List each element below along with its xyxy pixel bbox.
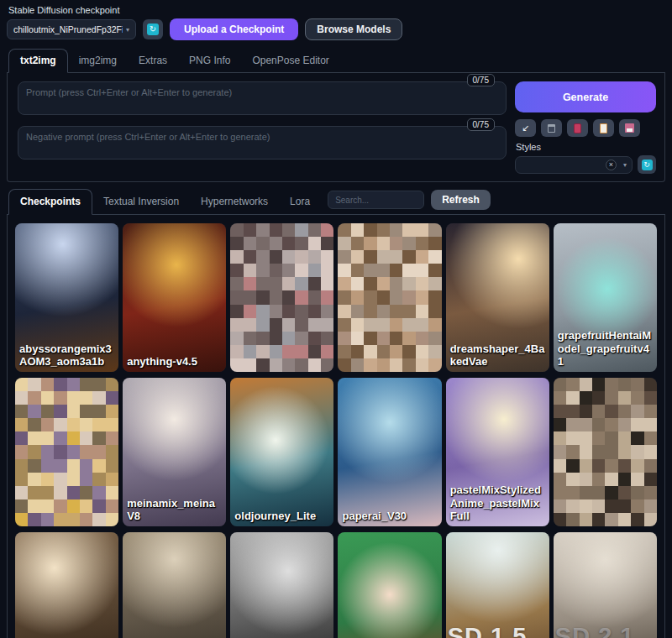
model-card-name: meinamix_meinaV8 — [123, 494, 226, 526]
refresh-icon: ↻ — [642, 160, 653, 170]
checkpoint-label: Stable Diffusion checkpoint — [8, 5, 665, 15]
clipboard-icon — [600, 123, 607, 133]
model-card[interactable] — [554, 378, 657, 526]
checkpoint-dropdown[interactable]: chilloutmix_NiPrunedFp32Fix.safeter ▾ — [7, 19, 136, 39]
tab-txt2img[interactable]: txt2img — [8, 49, 68, 73]
tab-img2img[interactable]: img2img — [68, 50, 128, 72]
tab-textual-inversion[interactable]: Textual Inversion — [92, 190, 190, 214]
model-card[interactable]: grapefruitHentaiModel_grapefruitv41 — [554, 223, 657, 372]
censored-model-thumbnail — [15, 378, 118, 526]
model-thumbnail — [338, 378, 441, 526]
thumbnail-watermark-text: SD 2.1 — [555, 623, 635, 638]
header-row: chilloutmix_NiPrunedFp32Fix.safeter ▾ ↻ … — [7, 18, 665, 40]
model-card-name: anything-v4.5 — [123, 353, 202, 372]
tab-openpose-editor[interactable]: OpenPose Editor — [241, 50, 339, 72]
prompt-wrapper: 0/75 — [18, 81, 507, 115]
model-card-name: paperai_V30 — [338, 507, 411, 526]
negative-prompt-wrapper: 0/75 — [18, 126, 507, 160]
model-card[interactable]: abyssorangemix3AOM3_aom3a1b — [15, 223, 118, 372]
model-card[interactable]: revAnimated_v11 — [338, 532, 441, 638]
prompt-tools-row: ↙ — [515, 119, 656, 137]
model-card-name: pastelMixStylizedAnime_pastelMixFull — [446, 481, 549, 526]
model-card[interactable]: protogenX34Photorealism_1 — [123, 532, 226, 638]
tab-hypernetworks[interactable]: Hypernetworks — [190, 190, 279, 214]
model-thumbnail — [230, 378, 333, 526]
thumbnail-watermark-text: SD 1.5 — [448, 623, 528, 638]
censored-model-thumbnail — [230, 223, 333, 372]
prompt-input[interactable] — [18, 81, 507, 115]
model-card[interactable] — [338, 223, 441, 372]
generate-column: Generate ↙ Styles × ▾ ↻ — [515, 81, 656, 174]
model-card[interactable]: SD 1.5v1-5-pruned-emaonly — [446, 532, 549, 638]
model-thumbnail — [230, 532, 333, 638]
save-floppy-icon — [625, 123, 634, 133]
refresh-models-button[interactable]: Refresh — [431, 190, 491, 210]
model-card[interactable]: pastelMixStylizedAnime_pastelMixFull — [446, 378, 549, 526]
censored-model-thumbnail — [554, 378, 657, 526]
tab-png-info[interactable]: PNG Info — [178, 50, 241, 72]
model-card[interactable]: anything-v4.5 — [123, 223, 226, 372]
model-thumbnail — [338, 532, 441, 638]
chevron-down-icon: ▾ — [623, 161, 627, 169]
generate-button[interactable]: Generate — [515, 81, 656, 112]
model-card[interactable]: SD 2.1v2-1_768-ema-pruned — [554, 532, 657, 638]
checkpoint-value: chilloutmix_NiPrunedFp32Fix.safeter — [13, 24, 123, 34]
browse-models-button[interactable]: Browse Models — [305, 18, 402, 40]
checkpoints-panel: abyssorangemix3AOM3_aom3a1banything-v4.5… — [7, 215, 665, 638]
model-card-name: dreamshaper_4BakedVae — [446, 340, 549, 372]
txt2img-panel: 0/75 0/75 Generate ↙ Styles × ▾ ↻ — [7, 73, 665, 182]
extra-networks-button[interactable] — [567, 119, 588, 137]
search-input[interactable] — [328, 191, 424, 209]
model-card[interactable] — [230, 223, 333, 372]
tab-lora[interactable]: Lora — [279, 190, 321, 214]
model-card[interactable]: dreamshaper_4BakedVae — [446, 223, 549, 372]
apply-styles-button[interactable] — [593, 119, 614, 137]
prompt-column: 0/75 0/75 — [18, 81, 507, 174]
model-card-name: abyssorangemix3AOM3_aom3a1b — [15, 340, 118, 372]
model-thumbnail — [15, 532, 118, 638]
arrow-down-left-icon: ↙ — [522, 123, 529, 133]
networks-tabbar: Checkpoints Textual Inversion Hypernetwo… — [7, 189, 665, 215]
refresh-icon: ↻ — [147, 24, 159, 35]
prompt-token-counter: 0/75 — [467, 74, 495, 86]
model-card[interactable]: paperai_V30 — [338, 378, 441, 526]
tab-checkpoints[interactable]: Checkpoints — [8, 189, 92, 215]
read-generation-params-button[interactable]: ↙ — [515, 119, 536, 137]
styles-dropdown[interactable]: × ▾ — [515, 156, 633, 174]
styles-label: Styles — [516, 142, 656, 152]
save-style-button[interactable] — [619, 119, 640, 137]
negative-prompt-input[interactable] — [18, 126, 507, 160]
clear-prompt-button[interactable] — [541, 119, 562, 137]
refresh-styles-button[interactable]: ↻ — [638, 155, 656, 174]
model-thumbnail — [123, 223, 226, 372]
model-thumbnail — [123, 532, 226, 638]
model-card[interactable] — [15, 378, 118, 526]
censored-model-thumbnail — [338, 223, 441, 372]
chevron-down-icon: ▾ — [126, 26, 129, 34]
tab-extras[interactable]: Extras — [128, 50, 178, 72]
model-card[interactable]: oldjourney_Lite — [230, 378, 333, 526]
model-grid: abyssorangemix3AOM3_aom3a1banything-v4.5… — [15, 223, 657, 638]
model-card[interactable]: realisticVisionV13_v13 — [230, 532, 333, 638]
clear-selection-icon[interactable]: × — [606, 160, 617, 170]
styles-row: × ▾ ↻ — [515, 155, 656, 174]
model-card[interactable]: meinamix_meinaV8 — [123, 378, 226, 526]
negative-prompt-token-counter: 0/75 — [467, 118, 495, 131]
main-tabbar: txt2img img2img Extras PNG Info OpenPose… — [7, 49, 665, 73]
model-card-name: grapefruitHentaiModel_grapefruitv41 — [554, 327, 657, 372]
upload-checkpoint-button[interactable]: Upload a Checkpoint — [170, 18, 298, 40]
flower-card-icon — [574, 123, 581, 133]
model-card[interactable]: protogenV22Anime_22 — [15, 532, 118, 638]
refresh-checkpoints-button[interactable]: ↻ — [143, 19, 163, 39]
trash-icon — [548, 124, 555, 133]
model-card-name: oldjourney_Lite — [230, 507, 320, 526]
